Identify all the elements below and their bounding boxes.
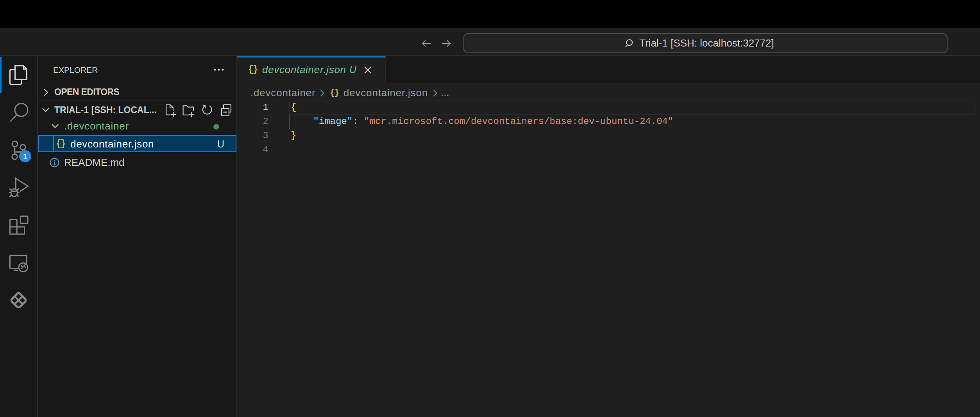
svg-text:1: 1: [23, 152, 27, 161]
